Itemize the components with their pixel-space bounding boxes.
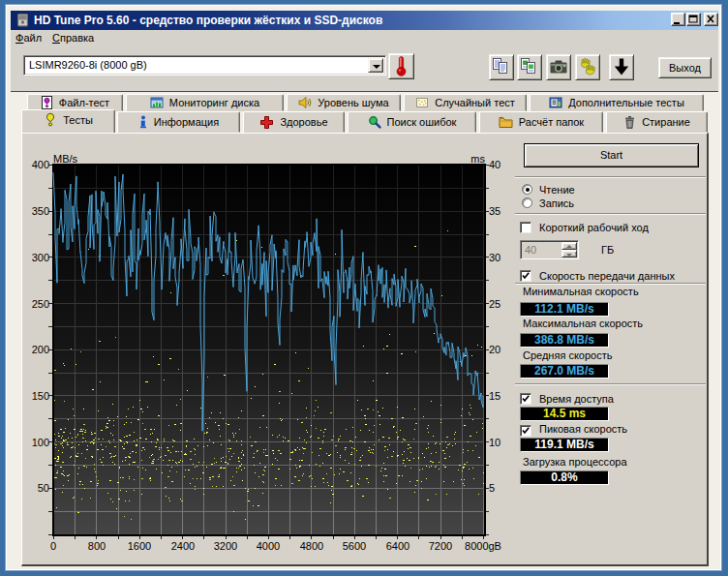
svg-text:50: 50	[38, 482, 49, 494]
svg-text:200: 200	[32, 344, 49, 355]
svg-text:4800: 4800	[300, 540, 323, 552]
svg-text:350: 350	[32, 205, 49, 217]
svg-text:300: 300	[32, 252, 49, 263]
svg-text:8000gB: 8000gB	[465, 540, 501, 552]
svg-text:15: 15	[489, 390, 500, 402]
svg-text:250: 250	[32, 298, 49, 310]
svg-text:3200: 3200	[214, 540, 237, 552]
svg-text:0: 0	[50, 540, 56, 552]
svg-text:30: 30	[489, 252, 500, 263]
svg-text:25: 25	[489, 298, 500, 310]
svg-text:1600: 1600	[128, 540, 151, 552]
svg-text:5: 5	[489, 482, 495, 494]
svg-text:MB/s: MB/s	[53, 153, 78, 165]
svg-text:35: 35	[489, 205, 500, 217]
svg-text:5600: 5600	[343, 540, 366, 552]
svg-text:800: 800	[88, 540, 106, 552]
svg-text:6400: 6400	[386, 540, 410, 552]
svg-text:100: 100	[32, 437, 49, 448]
svg-text:7200: 7200	[429, 540, 452, 552]
svg-text:400: 400	[32, 159, 49, 170]
svg-text:150: 150	[32, 390, 49, 402]
svg-text:20: 20	[489, 344, 500, 355]
svg-text:10: 10	[489, 437, 500, 448]
svg-text:40: 40	[489, 159, 500, 170]
svg-text:ms: ms	[470, 153, 485, 165]
svg-text:4000: 4000	[257, 540, 280, 552]
svg-text:2400: 2400	[171, 540, 195, 552]
